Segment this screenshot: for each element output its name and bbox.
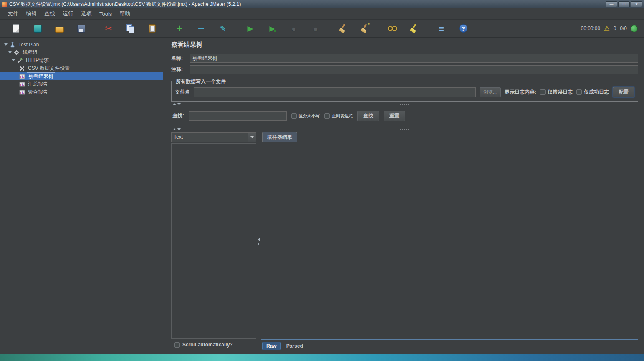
- menu-search[interactable]: 查找: [40, 9, 59, 19]
- tree-item-label: 聚合报告: [27, 89, 49, 96]
- horizontal-splitter-top[interactable]: [171, 102, 638, 107]
- clear-all-button[interactable]: ✦: [355, 21, 374, 36]
- name-input[interactable]: [190, 54, 638, 63]
- page-title: 察看结果树: [171, 41, 638, 49]
- search-button-toolbar[interactable]: [383, 21, 402, 36]
- menu-file[interactable]: 文件: [4, 9, 22, 19]
- function-helper-button[interactable]: ≡: [432, 21, 451, 36]
- tab-sampler-result[interactable]: 取样器结果: [262, 132, 297, 142]
- menu-edit[interactable]: 编辑: [22, 9, 40, 19]
- errors-only-option[interactable]: 仅错误日志: [540, 89, 573, 96]
- tree-item-summary-report[interactable]: 汇总报告: [0, 80, 163, 88]
- menu-run[interactable]: 运行: [59, 9, 77, 19]
- tree-item-http-request[interactable]: HTTP请求: [0, 56, 163, 64]
- tree-item-aggregate-report[interactable]: 聚合报告: [0, 88, 163, 96]
- tab-raw[interactable]: Raw: [262, 342, 281, 350]
- tree-item-thread-group[interactable]: 线程组: [0, 48, 163, 56]
- clear-button[interactable]: [333, 21, 353, 36]
- toggle-button[interactable]: ✎: [213, 21, 232, 36]
- arrow-down-icon[interactable]: [177, 128, 181, 130]
- comment-input[interactable]: [190, 65, 638, 74]
- thread-count: 0/0: [620, 25, 627, 31]
- stop-button[interactable]: ●: [284, 21, 303, 36]
- menu-bar: 文件 编辑 查找 运行 选项 Tools 帮助: [0, 8, 644, 20]
- warning-icon[interactable]: ⚠: [604, 25, 609, 32]
- splitter-collapse-arrows[interactable]: [173, 103, 181, 105]
- maximize-button[interactable]: □: [618, 1, 630, 7]
- arrow-up-icon[interactable]: [173, 103, 176, 105]
- arrow-left-icon[interactable]: [258, 238, 260, 241]
- search-button[interactable]: 查找: [357, 111, 379, 121]
- new-file-button[interactable]: [6, 21, 25, 36]
- splitter-collapse-arrows[interactable]: [173, 128, 181, 130]
- errors-only-checkbox[interactable]: [540, 89, 546, 95]
- open-file-button[interactable]: [50, 21, 69, 36]
- collapse-all-button[interactable]: −: [192, 21, 211, 36]
- paste-button[interactable]: [142, 21, 162, 36]
- tree-item-test-plan[interactable]: Test Plan: [0, 41, 163, 48]
- expand-all-button[interactable]: +: [170, 21, 189, 36]
- chevron-down-icon[interactable]: [12, 59, 15, 61]
- samples-tree-area[interactable]: [171, 143, 256, 339]
- log-display-label: 显示日志内容:: [505, 89, 536, 96]
- search-input[interactable]: [189, 111, 287, 121]
- tab-parsed[interactable]: Parsed: [282, 342, 307, 350]
- successes-only-checkbox[interactable]: [576, 89, 582, 95]
- shutdown-icon: ●: [311, 23, 321, 33]
- copy-button[interactable]: [121, 21, 140, 36]
- start-no-pauses-button[interactable]: ▶: [263, 21, 282, 36]
- splitter-grip[interactable]: [400, 104, 409, 105]
- tree-item-view-results-tree[interactable]: 察看结果树: [0, 72, 163, 80]
- tree-item-csv-config[interactable]: CSV 数据文件设置: [0, 64, 163, 72]
- arrow-up-icon[interactable]: [173, 128, 176, 130]
- shutdown-button[interactable]: ●: [306, 21, 325, 36]
- tree-item-label: 线程组: [21, 49, 39, 56]
- case-sensitive-checkbox[interactable]: [291, 113, 297, 119]
- sampler-result-pane: 取样器结果 Raw Parsed: [261, 132, 638, 351]
- groupbox-title: 所有数据写入一个文件: [174, 78, 227, 85]
- reset-button[interactable]: 重置: [384, 111, 405, 121]
- menu-tools[interactable]: Tools: [96, 10, 116, 18]
- case-sensitive-option[interactable]: 区分大小写: [291, 113, 320, 119]
- search-reset-button-toolbar[interactable]: [404, 21, 424, 36]
- chevron-down-icon[interactable]: [4, 43, 8, 46]
- scroll-automatically-checkbox[interactable]: [174, 342, 180, 348]
- splitter-grip[interactable]: [400, 129, 409, 130]
- filename-input[interactable]: [194, 87, 476, 97]
- close-button[interactable]: ✕: [631, 1, 642, 7]
- scroll-automatically-option[interactable]: Scroll automatically?: [171, 339, 256, 351]
- minus-icon: −: [196, 23, 206, 33]
- clear-broom-icon: [338, 23, 348, 33]
- renderer-dropdown[interactable]: Text: [171, 132, 256, 142]
- dropdown-arrow-button[interactable]: [248, 133, 256, 142]
- menu-help[interactable]: 帮助: [116, 9, 134, 19]
- browse-button[interactable]: 浏览...: [480, 87, 501, 97]
- title-bar[interactable]: CSV 数据文件设置.jmx (C:\Users\Administrator\D…: [0, 0, 644, 8]
- error-count: 0: [614, 25, 616, 31]
- write-results-groupbox: 所有数据写入一个文件 文件名 浏览... 显示日志内容: 仅错误日志 仅成功日志…: [171, 81, 638, 102]
- sampler-result-content[interactable]: [261, 142, 638, 340]
- chevron-down-icon[interactable]: [8, 51, 12, 53]
- menu-options[interactable]: 选项: [77, 9, 96, 19]
- horizontal-splitter-bottom[interactable]: [171, 127, 638, 132]
- tree-splitter[interactable]: [163, 38, 167, 354]
- regex-option[interactable]: 正则表达式: [324, 113, 353, 119]
- toolbar-status: 00:00:00 ⚠ 0 0/0: [581, 25, 638, 32]
- arrow-down-icon[interactable]: [177, 103, 181, 105]
- configure-button[interactable]: 配置: [613, 87, 634, 97]
- threads-globe-icon: [631, 25, 638, 32]
- tree-item-label: HTTP请求: [25, 57, 50, 64]
- minimize-button[interactable]: —: [606, 1, 617, 7]
- regex-checkbox[interactable]: [324, 113, 330, 119]
- successes-only-option[interactable]: 仅成功日志: [576, 89, 609, 96]
- window-controls: — □ ✕: [606, 1, 642, 7]
- cut-button[interactable]: ✂: [99, 21, 118, 36]
- templates-button[interactable]: [28, 21, 47, 36]
- vertical-splitter[interactable]: [256, 132, 261, 351]
- elapsed-timer: 00:00:00: [581, 25, 600, 31]
- start-button[interactable]: ▶: [241, 21, 260, 36]
- help-button[interactable]: ?: [454, 21, 473, 36]
- save-button[interactable]: [71, 21, 91, 36]
- arrow-right-icon[interactable]: [258, 242, 260, 246]
- function-helper-icon: ≡: [437, 23, 447, 33]
